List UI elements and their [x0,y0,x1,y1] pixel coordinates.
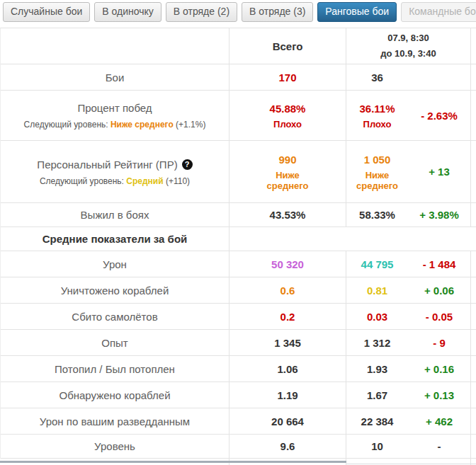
total-cell-tier: 9.6 [230,435,346,458]
row-label-battles: Бои [106,71,125,84]
total-cell-survived: 43.53% [230,203,346,226]
period-cell-ships-spotted: 1.67+ 0.13 [346,382,471,408]
row-label-personal-rating: Персональный Рейтинг (ПР)? [37,158,192,171]
period-cell-spotting-damage: 22 384+ 462 [346,408,471,434]
rest-cell-planes-destroyed [471,304,476,329]
total-cell-ships-spotted: 1.19 [230,382,346,408]
period-value-wrap-win-rate: 36.11%Плохо [346,102,408,130]
tab-random[interactable]: Случайные бои [3,2,90,22]
next-level-prefix: Следующий уровень: [40,176,126,186]
total-cell-experience: 1 345 [230,330,346,355]
diff-wrap-ships-spotted: + 0.13 [408,389,470,401]
period-value-wrap-battles: 36 [346,71,408,84]
next-level-subtext: Следующий уровень: Ниже среднего (+1.1%) [24,120,206,130]
rest-cell-win-rate [471,91,476,140]
rest-cell-experience [471,330,476,355]
header-period-line1: 07.9, 8:30 [387,30,429,46]
row-label-text: Потопил / Был потоплен [55,362,175,376]
period-value-wrap-experience: 1 312 [346,336,408,350]
table-row-avg-section: Средние показатели за бой [1,227,476,251]
period-win-rate-note: Плохо [363,119,392,130]
row-label-text: Урон [103,258,127,271]
diff-survived: + 3.98% [419,209,458,221]
total-kills-deaths-value: 1.06 [277,362,298,376]
rest-cell-survived [471,203,476,226]
period-personal-rating-note: Ниже среднего [347,170,408,191]
diff-wrap-ships-destroyed: + 0.06 [408,285,470,297]
tab-ranked[interactable]: Ранговые бои [317,2,397,22]
diff-tier: - [438,440,441,452]
row-label-cell-kills-deaths: Потопил / Был потоплен [1,356,230,381]
row-label-tier: Уровень [94,440,135,453]
tab-solo[interactable]: В одиночку [94,2,161,22]
period-cell-ships-destroyed: 0.81+ 0.06 [346,277,471,303]
total-tier-value: 9.6 [280,440,295,453]
row-label-cell-battles: Бои [1,64,230,90]
diff-spotting-damage: + 462 [426,415,453,427]
next-level-rank: Средний [126,176,163,186]
period-experience-value: 1 312 [364,336,391,350]
table-row-spotting-damage: Урон по вашим разведданным20 66422 384+ … [1,408,476,435]
table-row-survived: Выжил в боях43.53%58.33%+ 3.98% [1,203,476,227]
period-kills-deaths-value: 1.93 [367,362,387,376]
period-value-wrap-kills-deaths: 1.93 [346,362,408,376]
row-label-text: Выжил в боях [81,208,149,222]
row-label-spotting-damage: Урон по вашим разведданным [40,415,190,428]
period-cell-survived: 58.33%+ 3.98% [346,203,471,226]
next-section-top-border [0,461,346,463]
tab-division3[interactable]: В отряде (3) [242,2,313,22]
tab-division2[interactable]: В отряде (2) [166,2,237,22]
row-label-survived: Выжил в боях [81,208,149,222]
row-label-cell-ships-spotted: Обнаружено кораблей [1,382,230,408]
period-value-wrap-personal-rating: 1 050Ниже среднего [346,153,408,191]
table-row-ships-destroyed: Уничтожено кораблей0.60.81+ 0.06 [1,277,476,304]
period-value-wrap-planes-destroyed: 0.03 [346,310,408,323]
section-title: Средние показатели за бой [42,233,188,245]
row-label-cell-planes-destroyed: Сбито самолётов [1,304,230,329]
rest-cell-ships-destroyed [471,277,476,303]
total-personal-rating-value: 990 [278,153,296,166]
total-cell-battles: 170 [230,64,346,90]
tab-bar: Случайные боиВ одиночкуВ отряде (2)В отр… [0,0,476,22]
table-row-planes-destroyed: Сбито самолётов0.20.03- 0.05 [1,304,476,330]
row-label-experience: Опыт [101,336,128,350]
period-cell-planes-destroyed: 0.03- 0.05 [346,304,471,329]
period-cell-kills-deaths: 1.93+ 0.16 [346,356,471,381]
stats-table: Всего 07.9, 8:30 до 10.9, 3:40 Бои17036П… [0,28,476,459]
total-experience-value: 1 345 [274,336,301,350]
diff-wrap-spotting-damage: + 462 [408,415,470,427]
total-survived-value: 43.53% [270,208,306,222]
table-row-battles: Бои17036 [1,64,476,91]
diff-wrap-planes-destroyed: - 0.05 [408,311,470,323]
period-survived-value: 58.33% [359,208,395,222]
period-value-wrap-spotting-damage: 22 384 [346,415,408,428]
table-header-row: Всего 07.9, 8:30 до 10.9, 3:40 [1,28,476,64]
help-icon[interactable]: ? [182,159,193,170]
stats-table-body: Бои17036Процент победСледующий уровень: … [1,64,476,459]
total-ships-destroyed-value: 0.6 [280,284,295,297]
period-ships-destroyed-value: 0.81 [367,284,387,297]
period-tier-value: 10 [371,440,383,453]
total-spotting-damage-value: 20 664 [271,415,304,428]
row-label-text: Опыт [101,336,128,350]
total-win-rate-note: Плохо [273,119,302,130]
diff-wrap-tier: - [408,440,470,452]
row-label-text: Персональный Рейтинг (ПР) [37,158,177,171]
next-level-delta: (+1.1%) [174,120,206,130]
total-battles-value: 170 [278,71,296,84]
section-spacer [230,227,476,251]
diff-personal-rating: + 13 [429,166,450,178]
diff-win-rate: - 2.63% [421,110,458,122]
row-label-cell-personal-rating: Персональный Рейтинг (ПР)?Следующий уров… [1,141,230,202]
period-ships-spotted-value: 1.67 [367,389,387,402]
rest-cell-damage [471,251,476,277]
row-label-text: Бои [106,71,125,84]
row-label-ships-spotted: Обнаружено кораблей [59,389,170,402]
diff-ships-destroyed: + 0.06 [424,285,454,297]
total-planes-destroyed-value: 0.2 [280,310,295,323]
header-period-line2: до 10.9, 3:40 [380,46,436,62]
diff-wrap-personal-rating: + 13 [408,166,470,178]
rest-cell-battles [471,64,476,90]
rest-cell-ships-spotted [471,382,476,408]
period-planes-destroyed-value: 0.03 [367,310,387,323]
